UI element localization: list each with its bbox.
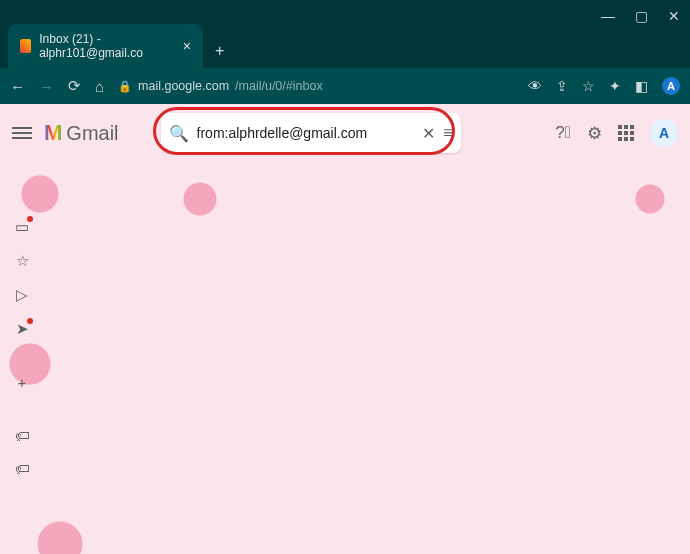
- lock-icon: 🔒: [118, 80, 132, 93]
- apps-icon[interactable]: [618, 125, 634, 141]
- url-host: mail.google.com: [138, 79, 229, 93]
- search-bar[interactable]: 🔍 ✕ ≡: [161, 113, 461, 153]
- search-icon[interactable]: 🔍: [169, 124, 189, 143]
- url-path: /mail/u/0/#inbox: [235, 79, 323, 93]
- settings-icon[interactable]: ⚙: [587, 123, 602, 144]
- menu-icon[interactable]: [12, 127, 32, 139]
- gmail-header: MGmail 🔍 ✕ ≡ ?⃝ ⚙ A: [0, 104, 690, 162]
- bookmark-icon[interactable]: ☆: [582, 78, 595, 94]
- browser-toolbar: ← → ⟳ ⌂ 🔒 mail.google.com/mail/u/0/#inbo…: [0, 68, 690, 104]
- extensions-icon[interactable]: ✦: [609, 78, 621, 94]
- share-icon[interactable]: ⇪: [556, 78, 568, 94]
- tab-close-icon[interactable]: ×: [183, 38, 191, 54]
- account-avatar[interactable]: A: [650, 119, 678, 147]
- more-rail-icon[interactable]: +: [18, 374, 27, 391]
- window-maximize[interactable]: ▢: [635, 8, 648, 24]
- label-rail-icon[interactable]: 🏷: [15, 427, 30, 444]
- browser-tab[interactable]: Inbox (21) - alphr101@gmail.co ×: [8, 24, 203, 68]
- inbox-rail-icon[interactable]: ▭: [15, 218, 29, 236]
- browser-tabbar: Inbox (21) - alphr101@gmail.co × +: [0, 32, 690, 68]
- puzzle-icon[interactable]: ◧: [635, 78, 648, 94]
- back-icon[interactable]: ←: [10, 78, 25, 95]
- forward-icon[interactable]: →: [39, 78, 54, 95]
- reload-icon[interactable]: ⟳: [68, 77, 81, 95]
- tab-title: Inbox (21) - alphr101@gmail.co: [39, 32, 175, 60]
- window-minimize[interactable]: —: [601, 8, 615, 24]
- clear-icon[interactable]: ✕: [422, 124, 435, 143]
- gmail-favicon: [20, 39, 31, 53]
- starred-rail-icon[interactable]: ☆: [16, 252, 29, 270]
- window-close[interactable]: ✕: [668, 8, 680, 24]
- home-icon[interactable]: ⌂: [95, 78, 104, 95]
- snoozed-rail-icon[interactable]: ▷: [16, 286, 28, 304]
- profile-badge[interactable]: A: [662, 77, 680, 95]
- gmail-logo[interactable]: MGmail: [44, 120, 119, 146]
- eye-icon[interactable]: 👁: [528, 78, 542, 94]
- label2-rail-icon[interactable]: 🏷: [15, 460, 30, 477]
- sent-rail-icon[interactable]: ➤: [16, 320, 29, 338]
- address-bar[interactable]: 🔒 mail.google.com/mail/u/0/#inbox: [118, 79, 514, 93]
- search-input[interactable]: [197, 125, 415, 141]
- support-icon[interactable]: ?⃝: [555, 123, 571, 143]
- search-options-icon[interactable]: ≡: [443, 124, 452, 142]
- new-tab-button[interactable]: +: [203, 34, 236, 68]
